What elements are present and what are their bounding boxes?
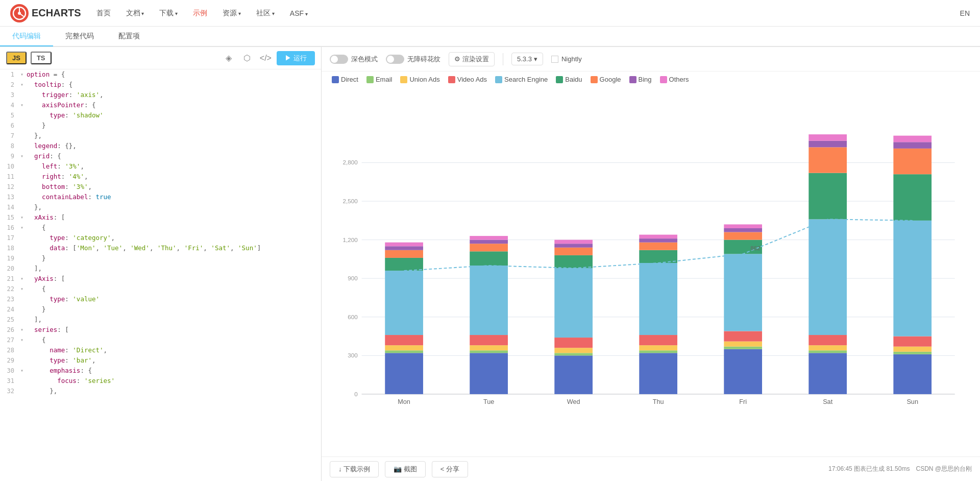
bar-segment[interactable] — [470, 350, 508, 353]
download-btn[interactable]: ↓ 下载示例 — [330, 461, 379, 477]
bar-segment[interactable] — [470, 251, 508, 266]
logo[interactable]: ECHARTS — [10, 4, 81, 22]
nav-asf[interactable]: ASF — [290, 9, 308, 17]
ts-lang-btn[interactable]: TS — [31, 52, 52, 64]
line-arrow[interactable]: ▾ — [20, 284, 27, 294]
bar-segment[interactable] — [639, 235, 677, 239]
bar-segment[interactable] — [554, 268, 593, 338]
legend-item[interactable]: Baidu — [556, 76, 582, 83]
bar-segment[interactable] — [470, 345, 508, 350]
bar-segment[interactable] — [893, 352, 932, 354]
bar-segment[interactable] — [554, 255, 593, 268]
bar-segment[interactable] — [724, 349, 762, 394]
bar-segment[interactable] — [470, 353, 508, 394]
dark-mode-toggle[interactable] — [330, 55, 348, 64]
no-barrier-toggle[interactable] — [386, 55, 404, 64]
bar-segment[interactable] — [808, 147, 847, 173]
line-arrow[interactable]: ▾ — [20, 223, 27, 233]
js-lang-btn[interactable]: JS — [6, 52, 27, 64]
bar-segment[interactable] — [385, 271, 423, 335]
bar-segment[interactable] — [554, 240, 593, 244]
bar-segment[interactable] — [385, 243, 423, 247]
bar-segment[interactable] — [470, 266, 508, 335]
bar-segment[interactable] — [808, 353, 847, 394]
bar-segment[interactable] — [808, 141, 847, 148]
line-arrow[interactable]: ▾ — [20, 151, 27, 161]
bar-segment[interactable] — [808, 134, 847, 141]
bar-segment[interactable] — [639, 238, 677, 243]
bar-segment[interactable] — [639, 345, 677, 350]
line-arrow[interactable]: ▾ — [20, 80, 27, 90]
bar-segment[interactable] — [639, 250, 677, 263]
nav-download[interactable]: 下载 — [159, 9, 178, 18]
bar-segment[interactable] — [724, 224, 762, 228]
bar-segment[interactable] — [808, 173, 847, 220]
legend-item[interactable]: Bing — [629, 76, 652, 83]
bar-segment[interactable] — [554, 338, 593, 348]
bar-segment[interactable] — [385, 353, 423, 394]
nightly-checkbox[interactable] — [551, 56, 558, 63]
legend-item[interactable]: Email — [366, 76, 393, 83]
nav-resources[interactable]: 资源 — [223, 9, 241, 18]
bar-segment[interactable] — [639, 350, 677, 353]
legend-item[interactable]: Search Engine — [495, 76, 548, 83]
line-arrow[interactable]: ▾ — [20, 325, 27, 335]
bar-segment[interactable] — [470, 240, 508, 244]
bar-segment[interactable] — [385, 350, 423, 353]
bar-segment[interactable] — [470, 236, 508, 240]
legend-item[interactable]: Google — [591, 76, 621, 83]
bar-segment[interactable] — [554, 348, 593, 353]
bar-segment[interactable] — [893, 347, 932, 352]
tab-full-code[interactable]: 完整代码 — [53, 27, 106, 46]
component-icon[interactable]: ◈ — [222, 51, 236, 65]
bar-segment[interactable] — [639, 353, 677, 394]
nav-docs[interactable]: 文档 — [126, 9, 144, 18]
bar-segment[interactable] — [554, 248, 593, 255]
tab-code-editor[interactable]: 代码编辑 — [0, 27, 53, 46]
line-arrow[interactable]: ▾ — [20, 100, 27, 110]
bar-segment[interactable] — [554, 355, 593, 394]
share-btn[interactable]: < 分享 — [432, 461, 468, 477]
bar-segment[interactable] — [639, 243, 677, 250]
legend-item[interactable]: Video Ads — [448, 76, 487, 83]
bar-segment[interactable] — [724, 228, 762, 232]
run-button[interactable]: ▶ 运行 — [277, 51, 315, 65]
bar-segment[interactable] — [470, 244, 508, 251]
nav-community[interactable]: 社区 — [256, 9, 275, 18]
bar-segment[interactable] — [808, 335, 847, 345]
bar-segment[interactable] — [724, 331, 762, 341]
bar-segment[interactable] — [470, 335, 508, 345]
bar-segment[interactable] — [893, 142, 932, 149]
screenshot-btn[interactable]: 📷 截图 — [385, 461, 426, 477]
code-icon[interactable]: </> — [258, 51, 273, 65]
bar-segment[interactable] — [724, 232, 762, 240]
bar-segment[interactable] — [893, 221, 932, 336]
bar-segment[interactable] — [808, 350, 847, 353]
bar-segment[interactable] — [554, 244, 593, 248]
bar-segment[interactable] — [893, 336, 932, 347]
version-select[interactable]: 5.3.3 ▾ — [511, 53, 543, 65]
bar-segment[interactable] — [893, 354, 932, 394]
bar-segment[interactable] — [893, 149, 932, 174]
bar-segment[interactable] — [385, 250, 423, 258]
line-arrow[interactable]: ▾ — [20, 335, 27, 345]
tab-config[interactable]: 配置项 — [106, 27, 152, 46]
bar-segment[interactable] — [639, 335, 677, 345]
code-area[interactable]: 1▾option = {2▾ tooltip: {3 trigger: 'axi… — [0, 69, 321, 481]
legend-item[interactable]: Union Ads — [400, 76, 439, 83]
line-arrow[interactable]: ▾ — [20, 69, 27, 80]
nav-examples[interactable]: 示例 — [193, 9, 207, 18]
line-arrow[interactable]: ▾ — [20, 366, 27, 376]
nav-home[interactable]: 首页 — [96, 9, 111, 18]
bar-segment[interactable] — [724, 347, 762, 349]
bar-segment[interactable] — [808, 345, 847, 350]
legend-item[interactable]: Others — [660, 76, 689, 83]
bar-segment[interactable] — [385, 345, 423, 350]
bar-segment[interactable] — [808, 219, 847, 335]
bar-segment[interactable] — [385, 258, 423, 271]
render-settings-btn[interactable]: ⚙ 渲染设置 — [449, 52, 495, 66]
bar-segment[interactable] — [554, 353, 593, 355]
bar-segment[interactable] — [724, 342, 762, 347]
legend-item[interactable]: Direct — [332, 76, 358, 83]
bar-segment[interactable] — [385, 335, 423, 345]
